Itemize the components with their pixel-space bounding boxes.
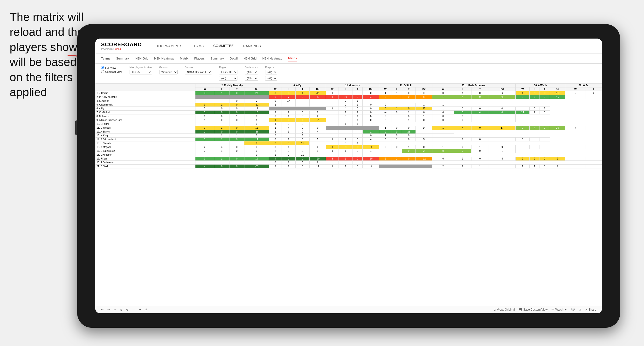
nav-rankings[interactable]: RANKINGS xyxy=(243,43,261,49)
matrix-cell-dif: 1 xyxy=(244,118,269,122)
radio-full-view[interactable]: Full View xyxy=(101,66,122,69)
matrix-cell-t: 0 xyxy=(352,157,363,161)
matrix-cell-dif: -58 xyxy=(244,130,269,134)
toolbar-zoom-reset[interactable]: ⊙ xyxy=(126,308,128,311)
toolbar-save-custom[interactable]: 💾 Save Custom View xyxy=(518,308,548,311)
matrix-cell-l: 4 xyxy=(471,111,488,114)
filter-division: Division NCAA Division II xyxy=(185,66,212,74)
player-name-cell: 9. A Maria Jimenez Rios xyxy=(96,118,196,122)
filter-division-select[interactable]: NCAA Division II xyxy=(185,70,212,74)
nav-tournaments[interactable]: TOURNAMENTS xyxy=(156,43,182,49)
matrix-cell-w: 2 xyxy=(516,157,530,161)
player-name-cell: 16. X Mcgaha xyxy=(96,145,196,149)
matrix-cell-w: 1 xyxy=(326,91,338,95)
subnav-h2h-grid[interactable]: H2H Grid xyxy=(135,56,148,61)
matrix-cell-dif: 3 xyxy=(550,145,565,149)
toolbar-zoom-out[interactable]: — xyxy=(132,308,135,311)
annotation-text: The matrix will reload and the players s… xyxy=(10,10,87,100)
matrix-cell-w: 2 xyxy=(195,145,214,149)
filter-region-all-select[interactable]: (All) xyxy=(219,76,238,81)
subnav-summary[interactable]: Summary xyxy=(116,56,130,61)
filter-conference-select1[interactable]: (All) xyxy=(245,70,258,74)
matrix-cell-w: 1 xyxy=(516,165,530,169)
filter-max-players-select[interactable]: Top 25 xyxy=(130,70,152,74)
matrix-cell-w: 1 xyxy=(269,103,282,107)
matrix-cell-l xyxy=(432,134,454,138)
filter-conference-select2[interactable]: (All) xyxy=(245,76,258,81)
matrix-cell-t: 0 xyxy=(352,149,363,153)
player-name-cell: 10. L Perini xyxy=(96,122,196,126)
radio-compact-view-input[interactable] xyxy=(101,70,104,73)
filter-gender-select[interactable]: Women's xyxy=(159,70,178,74)
matrix-cell-l: 0 xyxy=(282,91,296,95)
filter-players-select1[interactable]: (All) xyxy=(265,70,277,74)
subnav-teams[interactable]: Teams xyxy=(101,56,110,61)
matrix-cell xyxy=(214,142,229,145)
matrix-cell-l: 1 xyxy=(282,165,296,169)
matrix-cell-l xyxy=(310,134,326,138)
matrix-cell-w: 0 xyxy=(379,145,392,149)
toolbar-zoom-fit[interactable]: ⊕ xyxy=(120,308,122,311)
matrix-cell-l: 0 xyxy=(214,130,229,134)
matrix-cell-t xyxy=(326,134,338,138)
matrix-cell-w: 1 xyxy=(326,145,338,149)
matrix-cell-l: 0 xyxy=(338,145,352,149)
toolbar-back[interactable]: ↩ xyxy=(114,308,116,311)
toolbar-settings[interactable]: ⚙ xyxy=(578,308,581,311)
subnav-h2h-grid2[interactable]: H2H Grid xyxy=(244,56,256,61)
matrix-cell-t: 0 xyxy=(229,157,244,161)
filter-players-select2[interactable]: (All) xyxy=(265,76,277,81)
matrix-cell-dif: -4 xyxy=(379,111,392,114)
toolbar-zoom-in[interactable]: + xyxy=(139,308,141,311)
filter-gender: Gender Women's xyxy=(159,66,178,74)
toolbar-comment[interactable]: 💬 xyxy=(571,308,575,311)
matrix-cell-w: 3 xyxy=(269,91,282,95)
matrix-cell-l: 2 xyxy=(244,99,269,103)
toolbar-share[interactable]: ↗ Share xyxy=(585,308,596,311)
toolbar-watch[interactable]: 👁 Watch ▼ xyxy=(552,308,567,311)
matrix-cell-l: 1 xyxy=(352,103,363,107)
subnav-summary2[interactable]: Summary xyxy=(210,56,224,61)
filter-conference-label: Conference xyxy=(245,66,258,69)
subnav-matrix[interactable]: Matrix xyxy=(180,56,188,61)
radio-compact-view[interactable]: Compact View xyxy=(101,70,122,73)
matrix-cell xyxy=(326,111,338,114)
matrix-cell-t: 0 xyxy=(296,145,310,149)
matrix-cell-w: 2 xyxy=(363,130,379,134)
matrix-cell-w: 0 xyxy=(379,138,392,142)
toolbar-redo[interactable]: ↪ xyxy=(107,308,110,311)
subnav-detail[interactable]: Detail xyxy=(230,56,238,61)
matrix-cell-w: 2 xyxy=(379,157,392,161)
toolbar-refresh[interactable]: ↺ xyxy=(145,308,147,311)
matrix-cell-dif: 11 xyxy=(550,91,565,95)
matrix-cell-w: 0 xyxy=(195,126,214,130)
matrix-cell-l: 2 xyxy=(416,149,432,153)
subnav-h2h-heatmap[interactable]: H2H Heatmap xyxy=(154,56,174,61)
subnav-matrix2[interactable]: Matrix xyxy=(288,55,297,61)
wlt-l6: L xyxy=(530,87,540,91)
player-name-cell: 13. N Klug xyxy=(96,134,196,138)
wlt-w2: W xyxy=(269,87,282,91)
toolbar-undo[interactable]: ↩ xyxy=(101,308,104,311)
toolbar-view-original[interactable]: ⊙ View: Original xyxy=(494,308,515,311)
subnav-players[interactable]: Players xyxy=(194,56,204,61)
matrix-cell-dif: -11 xyxy=(310,91,326,95)
filter-region-select[interactable]: East - DII xyxy=(219,70,238,74)
matrix-area[interactable]: 2. M Kelly Mulcahy 6. A Dy 11. G Woods 2… xyxy=(95,83,602,306)
matrix-cell-l: 1 xyxy=(352,114,363,118)
filter-players: Players (All) (All) xyxy=(265,66,277,81)
matrix-cell-l: 1 xyxy=(269,122,282,126)
matrix-cell-t: 0 xyxy=(244,134,269,138)
subnav-h2h-heatmap2[interactable]: H2H Heatmap xyxy=(262,56,282,61)
radio-full-view-input[interactable] xyxy=(101,66,104,69)
matrix-cell-l: 1 xyxy=(282,138,296,142)
matrix-cell-t: 0 xyxy=(282,142,296,145)
nav-committee[interactable]: COMMITTEE xyxy=(213,43,234,49)
matrix-cell xyxy=(326,99,338,103)
matrix-cell-dif: 24 xyxy=(516,111,530,114)
matrix-cell-w: 0 xyxy=(195,114,214,118)
matrix-cell-t: 0 xyxy=(432,118,454,122)
nav-teams[interactable]: TEAMS xyxy=(192,43,204,49)
matrix-cell-w: 0 xyxy=(269,138,282,142)
matrix-cell-dif: 50 xyxy=(363,95,379,99)
